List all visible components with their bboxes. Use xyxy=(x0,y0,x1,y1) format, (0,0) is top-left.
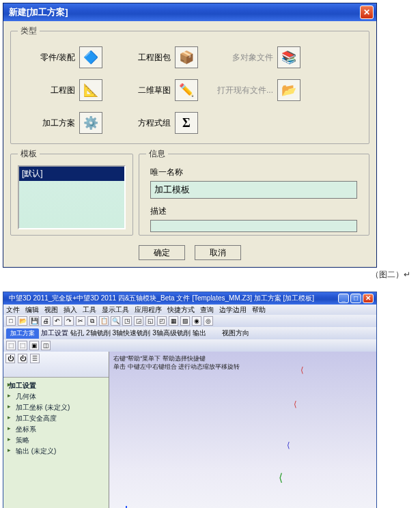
toolbar-extra[interactable]: ⬚ ⬚ ▣ ◫ xyxy=(3,339,376,352)
open-icon[interactable]: 📂 xyxy=(277,79,300,101)
info-group: 信息 唯一名称 加工模板 描述 xyxy=(139,148,369,236)
menu-learn[interactable]: 边学边用 xyxy=(219,305,247,315)
sp1-icon[interactable]: ⏻ xyxy=(5,354,15,363)
tb-copy-icon[interactable]: ⧉ xyxy=(87,316,97,326)
ex1-icon[interactable]: ⬚ xyxy=(6,341,16,350)
cam-3adv[interactable]: 3轴高级铣削 xyxy=(152,328,191,338)
app-window: 中望3D 2011_完全版+中望3D 2011 四&五轴模块_Beta 文件 [… xyxy=(3,292,377,508)
cam-setup[interactable]: 加工设置 xyxy=(41,328,68,338)
draw-icon[interactable]: 📐 xyxy=(79,79,102,101)
menu-apps[interactable]: 应用程序 xyxy=(135,305,162,315)
menu-query[interactable]: 查询 xyxy=(200,305,214,315)
mach-icon[interactable]: ⚙️ xyxy=(79,112,102,134)
tb-find-icon[interactable]: 🔍 xyxy=(111,316,120,326)
glyph-4: ⟨ xyxy=(279,471,283,484)
type-part-label: 零件/装配 xyxy=(18,52,79,63)
tb-view6-icon[interactable]: ▧ xyxy=(180,316,190,326)
tb-save-icon[interactable]: 💾 xyxy=(29,316,39,326)
title-bar[interactable]: 新建[加工方案] ✕ xyxy=(3,3,376,21)
tb-view1-icon[interactable]: ◳ xyxy=(122,316,132,326)
multi-icon[interactable]: 📚 xyxy=(277,46,300,68)
glyph-3: ⟨ xyxy=(287,440,290,450)
tb-view7-icon[interactable]: ◉ xyxy=(192,316,201,326)
new-dialog: 新建[加工方案] ✕ 类型 零件/装配 🔷 工程图包 📦 多对象文件 📚 工程图… xyxy=(3,3,377,268)
glyph-2: ⟨ xyxy=(294,399,297,409)
sp3-icon[interactable]: ☰ xyxy=(30,354,40,363)
tree-safe[interactable]: 加工安全高度 xyxy=(6,413,106,424)
tb-print-icon[interactable]: 🖨 xyxy=(41,316,51,326)
close-icon[interactable]: ✕ xyxy=(360,5,374,19)
tree-csys[interactable]: 坐标系 xyxy=(6,424,106,435)
cam-output[interactable]: 输出 xyxy=(193,328,206,338)
tb-view3-icon[interactable]: ◱ xyxy=(145,316,155,326)
ex2-icon[interactable]: ⬚ xyxy=(18,341,27,350)
tb-redo-icon[interactable]: ↷ xyxy=(64,316,74,326)
viewport[interactable]: 右键"帮助"菜单下 帮助选择快捷键 单击 中键左中右键组合 进行动态缩放平移旋转… xyxy=(109,352,376,508)
axis-triad-icon xyxy=(117,503,138,508)
tree-geom[interactable]: 几何体 xyxy=(6,391,106,402)
cam-3fast[interactable]: 3轴快速铣削 xyxy=(113,328,151,338)
menu-edit[interactable]: 编辑 xyxy=(25,305,39,315)
pkg-icon[interactable]: 📦 xyxy=(175,46,198,68)
tree-root[interactable]: 加工设置 xyxy=(6,380,106,391)
template-item-default[interactable]: [默认] xyxy=(19,167,124,181)
menu-bar[interactable]: 文件 编辑 视图 插入 工具 显示工具 应用程序 快捷方式 查询 边学边用 帮助 xyxy=(3,305,376,315)
cam-tree[interactable]: 加工设置 几何体 加工坐标 (未定义) 加工安全高度 坐标系 策略 输出 (未定… xyxy=(3,378,109,460)
eqn-icon[interactable]: Σ xyxy=(175,112,198,134)
tb-open-icon[interactable]: 📂 xyxy=(18,316,27,326)
minimize-icon[interactable]: _ xyxy=(338,294,349,303)
tb-paste-icon[interactable]: 📋 xyxy=(99,316,109,326)
maximize-icon[interactable]: □ xyxy=(350,294,361,303)
glyph-1: ⟨ xyxy=(300,365,304,375)
tree-output[interactable]: 输出 (未定义) xyxy=(6,446,106,457)
work-area: ⏻ ⏻ ☰ 加工设置 几何体 加工坐标 (未定义) 加工安全高度 坐标系 策略 … xyxy=(3,352,376,508)
tb-cut-icon[interactable]: ✂ xyxy=(76,316,85,326)
tb-view8-icon[interactable]: ◎ xyxy=(204,316,213,326)
type-mach-label: 加工方案 xyxy=(18,117,79,129)
cancel-button[interactable]: 取消 xyxy=(195,245,241,260)
tree-coord[interactable]: 加工坐标 (未定义) xyxy=(6,402,106,413)
menu-file[interactable]: 文件 xyxy=(6,305,20,315)
type-eqn-label: 方程式组 xyxy=(120,117,175,129)
toolbar-cam[interactable]: 加工方案 加工设置 钻孔 2轴铣削 3轴快速铣削 3轴高级铣削 输出 视图方向 xyxy=(3,327,376,339)
menu-view[interactable]: 视图 xyxy=(44,305,58,315)
menu-shortcut[interactable]: 快捷方式 xyxy=(167,305,195,315)
type-sketch-label: 二维草图 xyxy=(120,85,175,96)
part-icon[interactable]: 🔷 xyxy=(79,46,102,68)
cam-2axis[interactable]: 2轴铣削 xyxy=(86,328,111,338)
app-close-icon[interactable]: ✕ xyxy=(363,294,374,303)
template-legend: 模板 xyxy=(18,148,40,160)
type-group: 类型 零件/装配 🔷 工程图包 📦 多对象文件 📚 工程图 📐 二维草图 ✏️ … xyxy=(10,25,369,144)
menu-display[interactable]: 显示工具 xyxy=(102,305,129,315)
menu-help[interactable]: 帮助 xyxy=(252,305,266,315)
ok-button[interactable]: 确定 xyxy=(139,245,185,260)
ex4-icon[interactable]: ◫ xyxy=(41,341,51,350)
menu-insert[interactable]: 插入 xyxy=(64,305,77,315)
tb-view4-icon[interactable]: ◰ xyxy=(157,316,167,326)
unique-name-field[interactable]: 加工模板 xyxy=(150,181,357,199)
sketch-icon[interactable]: ✏️ xyxy=(175,79,198,101)
info-legend: 信息 xyxy=(146,148,168,160)
toolbar-main[interactable]: □ 📂 💾 🖨 ↶ ↷ ✂ ⧉ 📋 🔍 ◳ ◲ ◱ ◰ ▦ ▧ ◉ ◎ xyxy=(3,315,376,327)
tb-view5-icon[interactable]: ▦ xyxy=(169,316,178,326)
type-pkg-label: 工程图包 xyxy=(120,52,175,63)
dialog-title: 新建[加工方案] xyxy=(6,6,68,18)
sp2-icon[interactable]: ⏻ xyxy=(18,354,27,363)
template-list[interactable]: [默认] xyxy=(18,165,126,229)
side-toolbar[interactable]: ⏻ ⏻ ☰ xyxy=(3,352,109,378)
app-title: 中望3D 2011_完全版+中望3D 2011 四&五轴模块_Beta 文件 [… xyxy=(6,294,314,303)
ex3-icon[interactable]: ▣ xyxy=(29,341,39,350)
app-title-bar[interactable]: 中望3D 2011_完全版+中望3D 2011 四&五轴模块_Beta 文件 [… xyxy=(3,292,376,305)
view-dir[interactable]: 视图方向 xyxy=(222,328,249,338)
desc-field[interactable] xyxy=(150,220,357,232)
template-group: 模板 [默认] xyxy=(10,148,133,236)
menu-tools[interactable]: 工具 xyxy=(83,305,96,315)
cam-drill[interactable]: 钻孔 xyxy=(70,328,84,338)
tb-new-icon[interactable]: □ xyxy=(6,316,16,326)
type-draw-label: 工程图 xyxy=(18,85,79,96)
tree-strategy[interactable]: 策略 xyxy=(6,435,106,446)
tb-view2-icon[interactable]: ◲ xyxy=(134,316,143,326)
viewport-hint2: 单击 中键左中右键组合 进行动态缩放平移旋转 xyxy=(113,363,240,371)
cam-tab[interactable]: 加工方案 xyxy=(6,328,39,339)
tb-undo-icon[interactable]: ↶ xyxy=(53,316,62,326)
